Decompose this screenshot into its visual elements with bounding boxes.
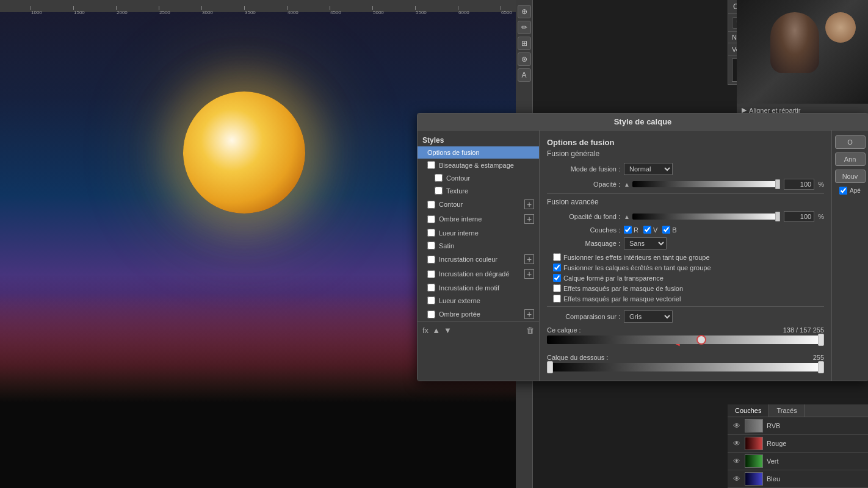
contour-sub1-checkbox[interactable] [435,174,443,182]
contour-label: Contour [439,201,463,208]
layer-eye-bleu[interactable]: 👁 [731,473,742,484]
delete-icon[interactable]: 🗑 [526,326,534,335]
styles-item-contour-sub1[interactable]: Contour [418,171,539,184]
channel-b[interactable]: B [662,226,676,234]
opacity-slider-container: ▲ [624,181,780,188]
layer-vert[interactable]: 👁 Vert [728,453,868,470]
fond-slider[interactable] [632,214,780,220]
styles-item-ombre-interne[interactable]: Ombre interne + [418,212,539,226]
styles-item-contour[interactable]: Contour + [418,197,539,212]
layer-eye-rvb[interactable]: 👁 [731,420,742,431]
opacity-percent: % [818,181,824,188]
ombre-portee-checkbox[interactable] [427,310,435,318]
ombre-portee-add-icon[interactable]: + [524,309,534,319]
ce-calque-row: Ce calque : 138 / 157 255 [547,326,824,344]
incrustation-motif-checkbox[interactable] [427,284,435,292]
ombre-interne-add-icon[interactable]: + [524,214,534,224]
incrustation-degrade-checkbox[interactable] [427,270,435,278]
satin-checkbox[interactable] [427,242,435,249]
comparaison-select[interactable]: Gris [624,310,673,323]
layer-thumb-rouge [745,437,763,450]
cb5[interactable]: Effets masqués par le masque vectoriel [553,295,824,303]
fond-input[interactable] [784,211,814,222]
contour-add-icon[interactable]: + [524,199,534,209]
channels-row: R V B [624,226,677,234]
dessous-slider[interactable] [547,363,824,371]
apercu-checkbox[interactable]: Apé [839,187,861,195]
couches-row: Couches : R V B [547,226,824,234]
lueur-externe-checkbox[interactable] [427,296,435,304]
calques-tabs: Couches Tracés [728,404,868,417]
tab-couches[interactable]: Couches [728,404,769,417]
lueur-interne-checkbox[interactable] [427,229,435,237]
annuler-button[interactable]: Ann [835,152,866,166]
webcam-person [737,0,868,104]
layer-thumb-bleu [745,472,763,486]
tool-brush[interactable]: ✏ [518,21,531,34]
fusion-avancee-title: Fusion avancée [547,198,824,206]
channel-v[interactable]: V [643,226,657,234]
tool-text[interactable]: A [518,68,531,82]
cb1[interactable]: Fusionner les effets intérieurs en tant … [553,253,824,261]
mode-fusion-select[interactable]: Normal [624,163,673,175]
styles-list: Styles Options de fusion Biseautage & es… [418,131,540,381]
cb3[interactable]: Calque formé par la transparence [553,274,824,282]
tool-select[interactable]: ⊞ [518,37,531,50]
cb2[interactable]: Fusionner les calques écrêtés en tant qu… [553,264,824,271]
nouveau-button[interactable]: Nouv [835,170,866,183]
styles-item-incrustation-motif[interactable]: Incrustation de motif [418,281,539,294]
contour-checkbox[interactable] [427,201,435,209]
incrustation-couleur-label: Incrustation couleur [439,256,497,263]
styles-footer: fx ▲ ▼ 🗑 [418,321,539,339]
styles-item-biseautage[interactable]: Biseautage & estampage [418,159,539,171]
tool-move[interactable]: ⊕ [518,5,531,18]
ombre-interne-checkbox[interactable] [427,215,435,223]
styles-item-texture[interactable]: Texture [418,184,539,197]
incrustation-couleur-add-icon[interactable]: + [524,254,534,264]
opacity-input[interactable] [784,179,814,190]
ruler: 1000 1500 2000 2500 3000 3500 4000 4500 … [0,0,516,12]
biseautage-checkbox[interactable] [427,161,435,169]
dessous-right-thumb[interactable] [818,361,824,373]
layer-rvb[interactable]: 👁 RVB [728,417,868,435]
ombre-interne-label: Ombre interne [439,215,482,223]
layer-eye-rouge[interactable]: 👁 [731,438,742,449]
mode-fusion-row: Mode de fusion : Normal [547,163,824,175]
ok-button[interactable]: O [835,135,866,149]
comparaison-row: Comparaison sur : Gris [547,310,824,323]
styles-item-lueur-interne[interactable]: Lueur interne [418,226,539,239]
styles-item-options[interactable]: Options de fusion [418,146,539,159]
styles-item-lueur-externe[interactable]: Lueur externe [418,294,539,307]
dessous-left-thumb[interactable] [547,361,553,373]
masquage-select[interactable]: Sans [624,237,667,249]
ce-calque-left-thumb[interactable] [696,335,706,345]
divider-1 [547,193,824,194]
opacity-slider[interactable] [632,181,780,187]
layer-name-vert: Vert [767,458,779,465]
fond-slider-container: ▲ [624,214,780,220]
styles-item-incrustation-couleur[interactable]: Incrustation couleur + [418,252,539,267]
move-down-icon[interactable]: ▼ [444,326,452,335]
fx-icon[interactable]: fx [422,326,429,335]
calques-bottom-panel: Couches Tracés 👁 RVB 👁 Rouge 👁 Vert 👁 Bl… [728,404,868,488]
layers-list: 👁 RVB 👁 Rouge 👁 Vert 👁 Bleu [728,417,868,488]
incrustation-degrade-add-icon[interactable]: + [524,269,534,279]
layer-bleu[interactable]: 👁 Bleu [728,470,868,488]
styles-item-incrustation-degrade[interactable]: Incrustation en dégradé + [418,267,539,281]
incrustation-couleur-checkbox[interactable] [427,256,435,264]
texture-checkbox[interactable] [435,187,443,195]
layer-rouge[interactable]: 👁 Rouge [728,435,868,453]
cb4[interactable]: Effets masqués par le masque de fusion [553,284,824,292]
layer-eye-vert[interactable]: 👁 [731,456,742,467]
ce-calque-right-thumb[interactable] [818,334,824,346]
moon [183,92,305,214]
contour-sub1-label: Contour [446,174,470,182]
styles-item-ombre-portee[interactable]: Ombre portée + [418,307,539,321]
tool-transform[interactable]: ⊛ [518,52,531,66]
move-up-icon[interactable]: ▲ [432,326,440,335]
channel-r[interactable]: R [624,226,638,234]
styles-item-satin[interactable]: Satin [418,239,539,252]
layer-thumb-vert [745,454,763,468]
tab-traces[interactable]: Tracés [769,404,805,417]
ce-calque-slider[interactable] [547,336,824,344]
